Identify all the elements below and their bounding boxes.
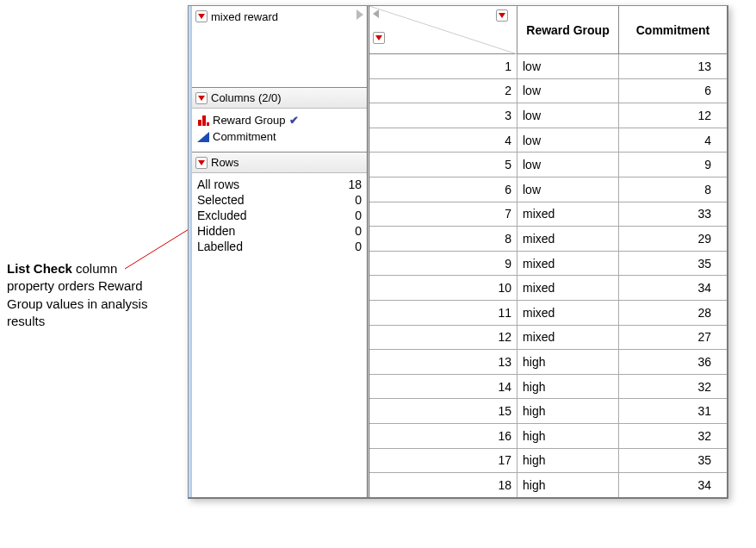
reward-group-cell[interactable]: mixed [517,252,619,276]
commitment-cell[interactable]: 13 [619,54,727,78]
commitment-cell[interactable]: 4 [619,128,727,153]
table-row[interactable]: 1low13 [369,54,727,79]
svg-line-1 [369,6,517,54]
reward-group-cell[interactable]: high [517,375,619,399]
row-index-cell[interactable]: 11 [369,301,517,325]
commitment-cell[interactable]: 35 [619,252,727,276]
table-menu-icon[interactable] [195,10,208,22]
row-index-cell[interactable]: 18 [369,473,517,497]
columns-panel-header[interactable]: Columns (2/0) [192,88,367,109]
commitment-cell[interactable]: 6 [619,79,727,103]
column-header-reward-group[interactable]: Reward Group [517,6,619,53]
table-row[interactable]: 2low6 [369,79,727,104]
reward-group-cell[interactable]: low [517,128,619,153]
column-header-commitment[interactable]: Commitment [619,6,727,53]
row-index-cell[interactable]: 16 [369,424,517,448]
commitment-cell[interactable]: 31 [619,399,727,423]
rows-stat-label: Excluded [197,209,247,222]
rows-stat[interactable]: Labelled0 [197,239,362,254]
sidebar-fill [192,261,367,497]
reward-group-cell[interactable]: mixed [517,202,619,227]
reward-group-cell[interactable]: high [517,473,619,497]
annotation-strong: List Check [7,261,72,276]
disclose-icon[interactable] [356,9,363,20]
reward-group-cell[interactable]: high [517,399,619,423]
rows-panel-header[interactable]: Rows [192,153,367,173]
row-index-cell[interactable]: 4 [369,128,517,153]
row-index-cell[interactable]: 15 [369,399,517,423]
reward-group-cell[interactable]: low [517,79,619,103]
row-index-cell[interactable]: 2 [369,79,517,103]
reward-group-cell[interactable]: high [517,449,619,473]
table-title: mixed reward [211,10,278,23]
rows-stat-label: Selected [197,193,244,207]
table-row[interactable]: 9mixed35 [369,252,727,277]
reward-group-cell[interactable]: high [517,350,619,374]
table-row[interactable]: 12mixed27 [369,326,727,351]
table-row[interactable]: 3low12 [369,103,727,128]
data-table-window: mixed reward Columns (2/0) Reward Group✔… [188,5,728,499]
column-item[interactable]: Commitment [197,128,362,145]
reward-group-cell[interactable]: mixed [517,227,619,251]
row-index-cell[interactable]: 1 [369,54,517,78]
commitment-cell[interactable]: 29 [619,227,727,251]
commitment-cell[interactable]: 28 [619,301,727,325]
rows-stat[interactable]: Hidden0 [197,223,362,239]
rows-stat-value: 0 [355,209,362,222]
table-row[interactable]: 15high31 [369,399,727,424]
row-index-cell[interactable]: 3 [369,103,517,128]
commitment-cell[interactable]: 35 [619,449,727,473]
reward-group-cell[interactable]: mixed [517,301,619,325]
table-row[interactable]: 7mixed33 [369,202,727,227]
reward-group-cell[interactable]: low [517,103,619,128]
row-index-cell[interactable]: 10 [369,276,517,300]
row-index-cell[interactable]: 5 [369,153,517,177]
commitment-cell[interactable]: 12 [619,103,727,128]
commitment-cell[interactable]: 32 [619,375,727,399]
rows-stat[interactable]: All rows18 [197,177,362,192]
commitment-cell[interactable]: 33 [619,202,727,227]
table-row[interactable]: 6low8 [369,177,727,202]
annotation-text: List Check column property orders Reward… [7,260,162,330]
table-row[interactable]: 16high32 [369,424,727,449]
table-row[interactable]: 17high35 [369,449,727,474]
commitment-cell[interactable]: 9 [619,153,727,177]
table-row[interactable]: 11mixed28 [369,301,727,326]
commitment-cell[interactable]: 32 [619,424,727,448]
reward-group-cell[interactable]: low [517,177,619,202]
rows-menu-icon[interactable] [195,157,208,169]
row-index-cell[interactable]: 6 [369,177,517,202]
reward-group-cell[interactable]: high [517,424,619,448]
grid-corner [369,6,517,53]
commitment-cell[interactable]: 8 [619,177,727,202]
columns-menu-icon[interactable] [195,92,208,104]
row-index-cell[interactable]: 14 [369,375,517,399]
rows-stat-label: Hidden [197,224,235,238]
table-row[interactable]: 8mixed29 [369,227,727,252]
table-row[interactable]: 13high36 [369,350,727,375]
row-index-cell[interactable]: 12 [369,326,517,350]
table-row[interactable]: 10mixed34 [369,276,727,301]
row-index-cell[interactable]: 13 [369,350,517,374]
table-row[interactable]: 14high32 [369,375,727,400]
row-index-cell[interactable]: 7 [369,202,517,227]
sidebar: mixed reward Columns (2/0) Reward Group✔… [192,6,369,497]
table-row[interactable]: 4low4 [369,128,727,153]
table-row[interactable]: 18high34 [369,473,727,497]
row-index-cell[interactable]: 17 [369,449,517,473]
reward-group-cell[interactable]: mixed [517,326,619,350]
rows-stat[interactable]: Excluded0 [197,208,362,223]
column-item[interactable]: Reward Group✔ [197,112,362,128]
reward-group-cell[interactable]: low [517,54,619,78]
commitment-cell[interactable]: 34 [619,276,727,300]
rows-stat[interactable]: Selected0 [197,192,362,208]
column-header-label: Reward Group [526,23,609,37]
commitment-cell[interactable]: 36 [619,350,727,374]
row-index-cell[interactable]: 8 [369,227,517,251]
table-row[interactable]: 5low9 [369,153,727,177]
commitment-cell[interactable]: 34 [619,473,727,497]
commitment-cell[interactable]: 27 [619,326,727,350]
reward-group-cell[interactable]: mixed [517,276,619,300]
reward-group-cell[interactable]: low [517,153,619,177]
row-index-cell[interactable]: 9 [369,252,517,276]
